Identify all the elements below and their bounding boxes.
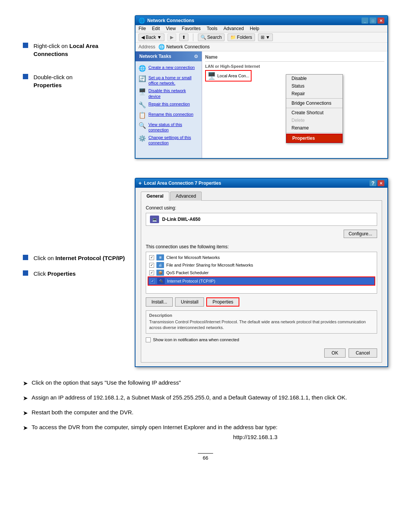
menu-view[interactable]: View [166,26,176,31]
tab-general[interactable]: General [141,192,169,201]
instruction-double-click: Double-click onProperties [23,73,126,89]
minimize-button[interactable]: _ [362,18,368,24]
panel-item-rename[interactable]: 📋 Rename this connection [135,110,202,121]
ctx-properties[interactable]: Properties [286,134,342,143]
device-box: 💻 D-Link DWL-A650 [146,213,377,226]
ctx-repair[interactable]: Repair [286,90,342,97]
list-item-qos[interactable]: ✓ 📦 QoS Packet Scheduler [148,269,375,276]
panel-item-setup[interactable]: 🔄 Set up a home or small office network. [135,74,202,87]
checkbox-qos[interactable]: ✓ [149,270,154,275]
bullet-icon [23,43,28,48]
checkbox-tcp[interactable]: ✓ [150,279,155,284]
forward-button[interactable]: ▶ [167,34,176,41]
ok-cancel-row: OK Cancel [146,346,377,358]
window-titlebar: 🌐 Network Connections _ □ ✕ [135,16,387,25]
tcp-label: Internet Protocol (TCP/IP) [167,279,215,283]
address-value[interactable]: 🌐 Network Connections [158,44,210,50]
dialog-help-button[interactable]: ? [370,180,376,186]
panel-item-create[interactable]: 🌐 Create a new connection [135,64,202,74]
dialog-win-controls[interactable]: ? ✕ [370,180,384,186]
show-icon-row: Show icon in notification area when conn… [146,337,377,342]
checkbox-printer[interactable]: ✓ [149,263,154,268]
instruction-click-properties: Click Properties [23,270,126,278]
show-icon-label: Show icon in notification area when conn… [153,337,239,342]
device-name: D-Link DWL-A650 [162,217,201,222]
show-icon-checkbox[interactable] [146,337,151,342]
bullet-text-2: Assign an IP address of 192.168.1.2, a S… [32,393,347,402]
instruction-tcp-ip: Click on Internet Protocol (TCP/IP) [23,254,126,262]
menu-favorites[interactable]: Favorites [182,26,201,31]
folders-icon: 📁 [230,35,236,40]
back-label: Back [146,35,156,40]
ok-button[interactable]: OK [324,348,345,358]
menu-help[interactable]: Help [250,26,260,31]
tab-advanced[interactable]: Advanced [170,192,202,201]
install-button[interactable]: Install... [146,297,173,307]
menu-file[interactable]: File [139,26,146,31]
search-button[interactable]: 🔍 Search [198,34,225,41]
up-icon: ⬆ [182,35,186,40]
uninstall-button[interactable]: Uninstall [175,297,204,307]
forward-arrow-icon: ▶ [170,35,174,40]
checkbox-client[interactable]: ✓ [149,255,154,260]
setup-icon: 🔄 [139,75,146,83]
panel-item-repair[interactable]: 🔧 Repair this connection [135,100,202,110]
arrow-icon-1: ➤ [23,379,28,388]
dialog-titlebar: + Local Area Connection 7 Properties ? ✕ [135,179,387,188]
configure-button[interactable]: Configure... [344,230,377,238]
properties-button[interactable]: Properties [206,297,239,307]
local-area-connection-item[interactable]: 🖥️ Local Area Con... [205,70,252,81]
footer-line [198,453,213,454]
right-panel: Name LAN or High-Speed Internet 🖥️ Local… [202,51,387,158]
client-label: Client for Microsoft Networks [166,255,220,260]
panel-items: 🌐 Create a new connection 🔄 Set up a hom… [135,61,202,149]
close-button[interactable]: ✕ [378,18,384,24]
panel-item-status-label: View status of this connection [148,122,199,133]
panel-item-repair-label: Repair this connection [148,101,190,107]
ctx-rename[interactable]: Rename [286,124,342,132]
panel-item-disable[interactable]: 🖥️ Disable this network device [135,87,202,100]
panel-header: Network Tasks ⊙ [135,51,202,61]
left-panel: Network Tasks ⊙ 🌐 Create a new connectio… [135,51,202,158]
cancel-button[interactable]: Cancel [349,348,377,358]
ctx-status[interactable]: Status [286,82,342,90]
list-item-tcp[interactable]: ✓ 🔌 Internet Protocol (TCP/IP) [148,276,375,286]
ip-address-url: http://192.168.1.3 [233,434,277,440]
dialog-body: General Advanced Connect using: 💻 D-Link… [135,188,387,366]
client-icon: 🖥 [156,254,164,260]
menu-tools[interactable]: Tools [207,26,217,31]
back-button[interactable]: ◀ Back ▼ [139,34,164,41]
description-box: Description Transmission Control Protoco… [146,310,377,334]
panel-item-create-label: Create a new connection [148,65,195,70]
printer-label: File and Printer Sharing for Microsoft N… [166,263,253,267]
back-arrow-icon: ◀ [141,35,145,40]
folders-button[interactable]: 📁 Folders [228,34,255,41]
ctx-disable[interactable]: Disable [286,75,342,82]
menu-edit[interactable]: Edit [152,26,160,31]
ctx-shortcut[interactable]: Create Shortcut [286,109,342,117]
qos-icon: 📦 [156,270,164,276]
window-controls[interactable]: _ □ ✕ [362,18,384,24]
address-icon: 🌐 [158,44,165,50]
views-button[interactable]: ⊞ ▼ [258,34,273,41]
list-item-client[interactable]: ✓ 🖥 Client for Microsoft Networks [148,254,375,261]
panel-item-setup-label: Set up a home or small office network. [148,75,199,86]
bullet-icon-4 [23,270,28,276]
ctx-bridge[interactable]: Bridge Connections [286,99,342,107]
instruction-text-3: Click on Internet Protocol (TCP/IP) [33,254,125,262]
arrow-icon-2: ➤ [23,394,28,403]
panel-item-status[interactable]: 🔍 View status of this connection [135,121,202,134]
window-content: Network Tasks ⊙ 🌐 Create a new connectio… [135,51,387,158]
toolbar-separator [193,34,193,41]
search-icon: 🔍 [201,35,206,40]
tab-content: Connect using: 💻 D-Link DWL-A650 Configu… [141,200,382,363]
maximize-button[interactable]: □ [370,18,376,24]
create-icon: 🌐 [139,65,146,73]
menu-advanced[interactable]: Advanced [223,26,244,31]
context-menu: Disable Status Repair Bridge Connections… [286,74,343,143]
panel-expand-icon[interactable]: ⊙ [194,54,198,59]
list-item-printer[interactable]: ✓ 🖨 File and Printer Sharing for Microso… [148,261,375,269]
panel-item-settings[interactable]: ⚙️ Change settings of this connection [135,134,202,147]
up-button[interactable]: ⬆ [179,34,188,41]
dialog-close-button[interactable]: ✕ [378,180,384,186]
